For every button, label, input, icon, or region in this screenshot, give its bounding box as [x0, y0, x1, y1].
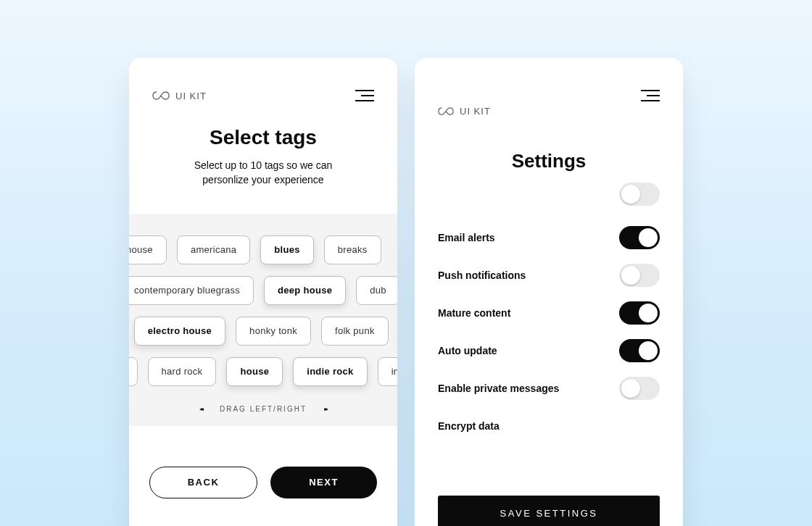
chevron-left-icon: ◂◂	[199, 406, 202, 412]
setting-label: Push notifications	[438, 269, 526, 283]
setting-toggle[interactable]	[619, 377, 660, 400]
setting-row: Email alerts	[438, 219, 660, 256]
toggle-orphan[interactable]	[619, 183, 660, 206]
infinity-icon	[152, 91, 170, 101]
setting-toggle[interactable]	[619, 301, 660, 325]
infinity-icon	[438, 107, 454, 116]
tag-chip[interactable]: blues	[260, 235, 313, 264]
footer-buttons: BACK NEXT	[129, 426, 397, 498]
page-title: Select tags	[152, 126, 374, 149]
tag-chip[interactable]: electro house	[134, 317, 225, 346]
chevron-right-icon: ▸▸	[324, 406, 327, 412]
tag-chip[interactable]: house	[226, 357, 283, 386]
page-subtitle: Select up to 10 tags so we can personliz…	[183, 158, 343, 188]
tag-chip[interactable]: contemporary bluegrass	[129, 276, 254, 305]
tag-chip[interactable]: honky tonk	[236, 317, 311, 346]
setting-label: Mature content	[438, 306, 510, 320]
tag-chip[interactable]: in	[378, 357, 397, 386]
tag-scroller[interactable]: acid houseamericanabluesbreaks contempor…	[129, 214, 397, 426]
setting-row: Mature content	[438, 294, 660, 332]
setting-row: Enable private messages	[438, 370, 660, 407]
tag-chip[interactable]: e	[129, 357, 138, 386]
drag-hint-label: DRAG LEFT/RIGHT	[220, 405, 307, 413]
tag-chip[interactable]: breaks	[324, 235, 381, 264]
setting-label: Enable private messages	[438, 382, 559, 396]
tag-chip[interactable]: deep house	[264, 276, 346, 305]
card-header: UI KIT	[129, 58, 397, 101]
save-settings-button[interactable]: SAVE SETTINGS	[438, 496, 660, 526]
select-tags-card: UI KIT Select tags Select up to 10 tags …	[129, 58, 397, 526]
back-button[interactable]: BACK	[149, 467, 257, 498]
setting-label: Email alerts	[438, 231, 495, 245]
setting-toggle[interactable]	[619, 226, 660, 249]
page-title: Settings	[415, 150, 683, 172]
setting-toggle[interactable]	[619, 339, 660, 362]
brand-name: UI KIT	[175, 91, 207, 101]
brand-name: UI KIT	[460, 106, 491, 117]
setting-label: Auto update	[438, 344, 497, 358]
tag-chip[interactable]: dub	[356, 276, 397, 305]
setting-toggle[interactable]	[619, 264, 660, 287]
setting-row: Auto update	[438, 332, 660, 370]
menu-button[interactable]	[641, 90, 660, 101]
title-block: Select tags Select up to 10 tags so we c…	[129, 101, 397, 199]
settings-card: UI KIT Settings Email alertsPush notific…	[415, 58, 683, 526]
drag-hint: ◂◂ DRAG LEFT/RIGHT ▸▸	[129, 398, 397, 413]
tag-chip[interactable]: folk punk	[321, 317, 389, 346]
tag-chip[interactable]: americana	[177, 235, 250, 264]
next-button[interactable]: NEXT	[270, 467, 377, 498]
card-header	[415, 58, 683, 101]
brand-logo: UI KIT	[152, 91, 207, 101]
menu-button[interactable]	[355, 90, 374, 101]
settings-list: Email alertsPush notificationsMature con…	[415, 206, 683, 445]
setting-row: Encrypt data	[438, 407, 660, 445]
setting-row: Push notifications	[438, 256, 660, 294]
tag-chip[interactable]: hard rock	[148, 357, 217, 386]
tag-chip[interactable]: acid house	[129, 235, 167, 264]
brand-logo: UI KIT	[438, 106, 660, 117]
setting-label: Encrypt data	[438, 419, 500, 433]
tag-chip[interactable]: indie rock	[293, 357, 367, 386]
